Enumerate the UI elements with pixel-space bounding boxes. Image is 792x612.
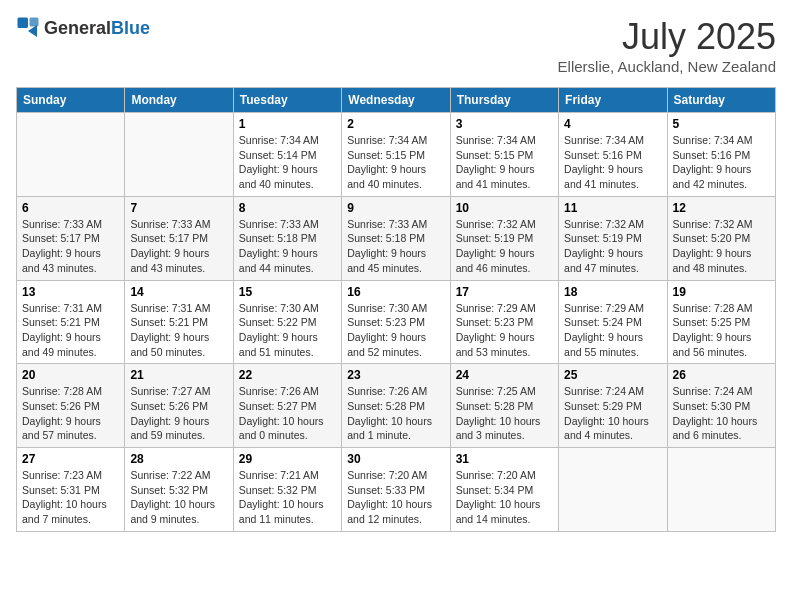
day-number: 25 bbox=[564, 368, 661, 382]
day-number: 18 bbox=[564, 285, 661, 299]
calendar-cell: 17Sunrise: 7:29 AM Sunset: 5:23 PM Dayli… bbox=[450, 280, 558, 364]
day-info: Sunrise: 7:34 AM Sunset: 5:16 PM Dayligh… bbox=[564, 133, 661, 192]
day-info: Sunrise: 7:31 AM Sunset: 5:21 PM Dayligh… bbox=[130, 301, 227, 360]
day-info: Sunrise: 7:26 AM Sunset: 5:28 PM Dayligh… bbox=[347, 384, 444, 443]
day-number: 15 bbox=[239, 285, 336, 299]
day-info: Sunrise: 7:33 AM Sunset: 5:18 PM Dayligh… bbox=[347, 217, 444, 276]
day-number: 1 bbox=[239, 117, 336, 131]
calendar-cell: 31Sunrise: 7:20 AM Sunset: 5:34 PM Dayli… bbox=[450, 448, 558, 532]
day-number: 31 bbox=[456, 452, 553, 466]
day-info: Sunrise: 7:23 AM Sunset: 5:31 PM Dayligh… bbox=[22, 468, 119, 527]
logo-general: General bbox=[44, 18, 111, 38]
calendar-cell: 1Sunrise: 7:34 AM Sunset: 5:14 PM Daylig… bbox=[233, 113, 341, 197]
day-number: 10 bbox=[456, 201, 553, 215]
calendar-cell: 24Sunrise: 7:25 AM Sunset: 5:28 PM Dayli… bbox=[450, 364, 558, 448]
day-info: Sunrise: 7:34 AM Sunset: 5:14 PM Dayligh… bbox=[239, 133, 336, 192]
day-info: Sunrise: 7:24 AM Sunset: 5:30 PM Dayligh… bbox=[673, 384, 770, 443]
calendar-table: SundayMondayTuesdayWednesdayThursdayFrid… bbox=[16, 87, 776, 532]
calendar-cell: 5Sunrise: 7:34 AM Sunset: 5:16 PM Daylig… bbox=[667, 113, 775, 197]
day-number: 30 bbox=[347, 452, 444, 466]
calendar-body: 1Sunrise: 7:34 AM Sunset: 5:14 PM Daylig… bbox=[17, 113, 776, 532]
calendar-cell: 13Sunrise: 7:31 AM Sunset: 5:21 PM Dayli… bbox=[17, 280, 125, 364]
svg-rect-0 bbox=[18, 18, 29, 29]
calendar-cell bbox=[667, 448, 775, 532]
day-info: Sunrise: 7:33 AM Sunset: 5:17 PM Dayligh… bbox=[22, 217, 119, 276]
day-number: 13 bbox=[22, 285, 119, 299]
day-info: Sunrise: 7:21 AM Sunset: 5:32 PM Dayligh… bbox=[239, 468, 336, 527]
day-info: Sunrise: 7:32 AM Sunset: 5:19 PM Dayligh… bbox=[456, 217, 553, 276]
day-header-friday: Friday bbox=[559, 88, 667, 113]
day-info: Sunrise: 7:33 AM Sunset: 5:17 PM Dayligh… bbox=[130, 217, 227, 276]
title-block: July 2025 Ellerslie, Auckland, New Zeala… bbox=[558, 16, 776, 75]
calendar-cell: 20Sunrise: 7:28 AM Sunset: 5:26 PM Dayli… bbox=[17, 364, 125, 448]
day-info: Sunrise: 7:24 AM Sunset: 5:29 PM Dayligh… bbox=[564, 384, 661, 443]
day-number: 9 bbox=[347, 201, 444, 215]
calendar-cell: 19Sunrise: 7:28 AM Sunset: 5:25 PM Dayli… bbox=[667, 280, 775, 364]
calendar-cell: 10Sunrise: 7:32 AM Sunset: 5:19 PM Dayli… bbox=[450, 196, 558, 280]
day-info: Sunrise: 7:25 AM Sunset: 5:28 PM Dayligh… bbox=[456, 384, 553, 443]
day-number: 22 bbox=[239, 368, 336, 382]
day-info: Sunrise: 7:30 AM Sunset: 5:23 PM Dayligh… bbox=[347, 301, 444, 360]
calendar-cell bbox=[17, 113, 125, 197]
day-info: Sunrise: 7:29 AM Sunset: 5:23 PM Dayligh… bbox=[456, 301, 553, 360]
calendar-cell: 22Sunrise: 7:26 AM Sunset: 5:27 PM Dayli… bbox=[233, 364, 341, 448]
calendar-week-row: 1Sunrise: 7:34 AM Sunset: 5:14 PM Daylig… bbox=[17, 113, 776, 197]
svg-marker-2 bbox=[28, 25, 37, 37]
day-number: 16 bbox=[347, 285, 444, 299]
day-info: Sunrise: 7:30 AM Sunset: 5:22 PM Dayligh… bbox=[239, 301, 336, 360]
logo-blue: Blue bbox=[111, 18, 150, 38]
calendar-week-row: 20Sunrise: 7:28 AM Sunset: 5:26 PM Dayli… bbox=[17, 364, 776, 448]
day-number: 2 bbox=[347, 117, 444, 131]
calendar-cell: 7Sunrise: 7:33 AM Sunset: 5:17 PM Daylig… bbox=[125, 196, 233, 280]
day-info: Sunrise: 7:29 AM Sunset: 5:24 PM Dayligh… bbox=[564, 301, 661, 360]
day-header-wednesday: Wednesday bbox=[342, 88, 450, 113]
page-header: GeneralBlue July 2025 Ellerslie, Aucklan… bbox=[16, 16, 776, 75]
calendar-week-row: 13Sunrise: 7:31 AM Sunset: 5:21 PM Dayli… bbox=[17, 280, 776, 364]
day-number: 14 bbox=[130, 285, 227, 299]
calendar-cell: 29Sunrise: 7:21 AM Sunset: 5:32 PM Dayli… bbox=[233, 448, 341, 532]
day-info: Sunrise: 7:33 AM Sunset: 5:18 PM Dayligh… bbox=[239, 217, 336, 276]
day-info: Sunrise: 7:34 AM Sunset: 5:16 PM Dayligh… bbox=[673, 133, 770, 192]
day-info: Sunrise: 7:20 AM Sunset: 5:34 PM Dayligh… bbox=[456, 468, 553, 527]
day-number: 21 bbox=[130, 368, 227, 382]
calendar-week-row: 27Sunrise: 7:23 AM Sunset: 5:31 PM Dayli… bbox=[17, 448, 776, 532]
calendar-cell: 4Sunrise: 7:34 AM Sunset: 5:16 PM Daylig… bbox=[559, 113, 667, 197]
day-info: Sunrise: 7:20 AM Sunset: 5:33 PM Dayligh… bbox=[347, 468, 444, 527]
calendar-cell: 6Sunrise: 7:33 AM Sunset: 5:17 PM Daylig… bbox=[17, 196, 125, 280]
calendar-cell: 21Sunrise: 7:27 AM Sunset: 5:26 PM Dayli… bbox=[125, 364, 233, 448]
day-number: 17 bbox=[456, 285, 553, 299]
day-header-tuesday: Tuesday bbox=[233, 88, 341, 113]
calendar-cell: 28Sunrise: 7:22 AM Sunset: 5:32 PM Dayli… bbox=[125, 448, 233, 532]
day-number: 27 bbox=[22, 452, 119, 466]
logo-icon bbox=[16, 16, 40, 40]
day-number: 29 bbox=[239, 452, 336, 466]
day-header-monday: Monday bbox=[125, 88, 233, 113]
calendar-cell bbox=[125, 113, 233, 197]
day-info: Sunrise: 7:34 AM Sunset: 5:15 PM Dayligh… bbox=[456, 133, 553, 192]
logo: GeneralBlue bbox=[16, 16, 150, 40]
day-number: 8 bbox=[239, 201, 336, 215]
calendar-cell: 9Sunrise: 7:33 AM Sunset: 5:18 PM Daylig… bbox=[342, 196, 450, 280]
day-number: 6 bbox=[22, 201, 119, 215]
day-number: 11 bbox=[564, 201, 661, 215]
svg-rect-1 bbox=[30, 18, 39, 27]
day-info: Sunrise: 7:26 AM Sunset: 5:27 PM Dayligh… bbox=[239, 384, 336, 443]
day-header-thursday: Thursday bbox=[450, 88, 558, 113]
calendar-cell: 15Sunrise: 7:30 AM Sunset: 5:22 PM Dayli… bbox=[233, 280, 341, 364]
calendar-cell: 3Sunrise: 7:34 AM Sunset: 5:15 PM Daylig… bbox=[450, 113, 558, 197]
calendar-cell bbox=[559, 448, 667, 532]
day-number: 12 bbox=[673, 201, 770, 215]
day-number: 28 bbox=[130, 452, 227, 466]
calendar-cell: 16Sunrise: 7:30 AM Sunset: 5:23 PM Dayli… bbox=[342, 280, 450, 364]
day-info: Sunrise: 7:31 AM Sunset: 5:21 PM Dayligh… bbox=[22, 301, 119, 360]
day-info: Sunrise: 7:28 AM Sunset: 5:25 PM Dayligh… bbox=[673, 301, 770, 360]
calendar-cell: 26Sunrise: 7:24 AM Sunset: 5:30 PM Dayli… bbox=[667, 364, 775, 448]
calendar-cell: 2Sunrise: 7:34 AM Sunset: 5:15 PM Daylig… bbox=[342, 113, 450, 197]
day-info: Sunrise: 7:34 AM Sunset: 5:15 PM Dayligh… bbox=[347, 133, 444, 192]
day-info: Sunrise: 7:32 AM Sunset: 5:20 PM Dayligh… bbox=[673, 217, 770, 276]
day-info: Sunrise: 7:22 AM Sunset: 5:32 PM Dayligh… bbox=[130, 468, 227, 527]
calendar-location: Ellerslie, Auckland, New Zealand bbox=[558, 58, 776, 75]
calendar-title: July 2025 bbox=[558, 16, 776, 58]
day-number: 5 bbox=[673, 117, 770, 131]
calendar-cell: 30Sunrise: 7:20 AM Sunset: 5:33 PM Dayli… bbox=[342, 448, 450, 532]
